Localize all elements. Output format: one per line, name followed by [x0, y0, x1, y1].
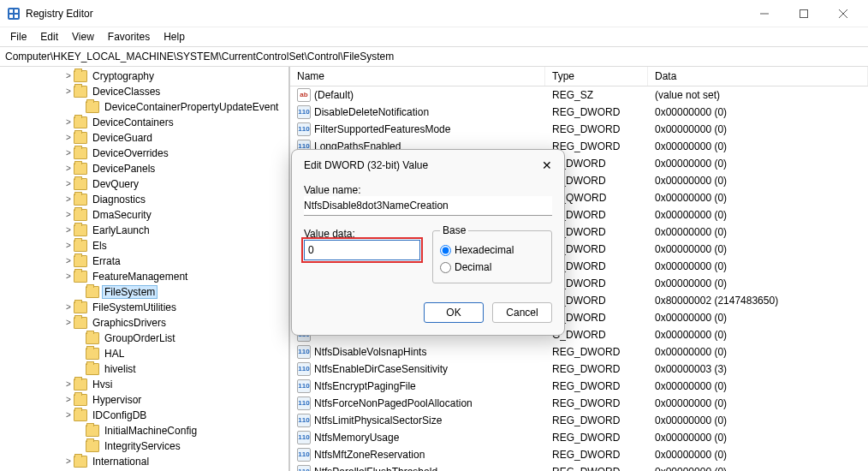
close-button[interactable]: [823, 0, 863, 27]
tree-node-errata[interactable]: >Errata: [63, 253, 288, 269]
tree-node-initialmachineconfig[interactable]: InitialMachineConfig: [63, 423, 288, 438]
registry-tree[interactable]: >Cryptography>DeviceClassesDeviceContain…: [0, 67, 289, 471]
maximize-button[interactable]: [784, 0, 823, 27]
chevron-right-icon[interactable]: >: [63, 396, 74, 404]
tree-node-hivelist[interactable]: hivelist: [63, 361, 288, 377]
list-row[interactable]: 110NtfsForceNonPagedPoolAllocationREG_DW…: [290, 395, 868, 412]
tree-node-grouporderlist[interactable]: GroupOrderList: [63, 331, 288, 346]
col-header-data[interactable]: Data: [648, 67, 868, 86]
folder-icon: [74, 86, 87, 98]
chevron-right-icon[interactable]: >: [63, 87, 74, 96]
tree-node-devquery[interactable]: >DevQuery: [63, 176, 288, 192]
value-name-field[interactable]: [304, 196, 552, 216]
list-row[interactable]: 110NtfsEncryptPagingFileREG_DWORD0x00000…: [290, 378, 868, 395]
list-row[interactable]: 110NtfsEnableDirCaseSensitivityREG_DWORD…: [290, 361, 868, 378]
list-row[interactable]: 110NtfsParallelFlushThresholdREG_DWORD0x…: [290, 463, 868, 471]
value-data-field[interactable]: [304, 240, 420, 260]
cell-name: 110FilterSupportedFeaturesMode: [290, 122, 545, 136]
chevron-right-icon[interactable]: >: [63, 411, 74, 420]
chevron-right-icon[interactable]: >: [63, 134, 74, 142]
tree-node-devicepanels[interactable]: >DevicePanels: [63, 161, 288, 176]
minimize-button[interactable]: [745, 0, 784, 27]
tree-node-dmasecurity[interactable]: >DmaSecurity: [63, 207, 288, 223]
chevron-right-icon[interactable]: >: [63, 226, 74, 235]
chevron-right-icon[interactable]: >: [63, 72, 74, 80]
cell-data: 0x00000000 (0): [648, 260, 868, 272]
value-name-text: NtfsLimitPhysicalSectorSize: [314, 414, 442, 426]
list-row[interactable]: 110NtfsMemoryUsageREG_DWORD0x00000000 (0…: [290, 429, 868, 446]
cancel-button[interactable]: Cancel: [492, 302, 552, 323]
tree-node-devicecontainers[interactable]: >DeviceContainers: [63, 115, 288, 130]
title-bar: Registry Editor: [0, 0, 868, 27]
tree-node-filesystemutilities[interactable]: >FileSystemUtilities: [63, 300, 288, 315]
folder-icon: [86, 332, 99, 344]
ok-button[interactable]: OK: [424, 302, 484, 323]
tree-node-devicecontainerpropertyupdateevent[interactable]: DeviceContainerPropertyUpdateEvent: [63, 99, 288, 115]
tree-node-hvsi[interactable]: >Hvsi: [63, 377, 288, 392]
cell-name: 110NtfsEnableDirCaseSensitivity: [290, 362, 545, 376]
cell-data: 0x00000000 (0): [648, 397, 868, 409]
tree-node-deviceguard[interactable]: >DeviceGuard: [63, 130, 288, 146]
list-row[interactable]: 110NtfsMftZoneReservationREG_DWORD0x0000…: [290, 446, 868, 463]
radio-hex[interactable]: Hexadecimal: [440, 241, 544, 259]
radio-hex-input[interactable]: [440, 245, 451, 256]
tree-node-filesystem[interactable]: FileSystem: [63, 284, 288, 300]
chevron-right-icon[interactable]: >: [63, 272, 74, 281]
cell-data: 0x00000000 (0): [648, 414, 868, 426]
tree-node-earlylaunch[interactable]: >EarlyLaunch: [63, 223, 288, 238]
tree-node-cryptography[interactable]: >Cryptography: [63, 69, 288, 84]
dword-value-icon: 110: [297, 465, 311, 471]
menu-edit[interactable]: Edit: [33, 29, 65, 45]
chevron-right-icon[interactable]: >: [63, 457, 74, 466]
tree-node-international[interactable]: >International: [63, 454, 288, 469]
chevron-right-icon[interactable]: >: [63, 211, 74, 219]
chevron-right-icon[interactable]: >: [63, 149, 74, 158]
list-row[interactable]: ab(Default)REG_SZ(value not set): [290, 86, 868, 104]
tree-node-label: DeviceContainers: [91, 116, 175, 128]
menu-file[interactable]: File: [3, 29, 33, 45]
folder-icon: [74, 194, 87, 206]
edit-dword-dialog: Edit DWORD (32-bit) Value ✕ Value name: …: [291, 149, 565, 336]
folder-icon: [86, 101, 99, 113]
menu-favorites[interactable]: Favorites: [101, 29, 157, 45]
chevron-right-icon[interactable]: >: [63, 241, 74, 250]
tree-node-label: hivelist: [103, 363, 138, 375]
chevron-right-icon[interactable]: >: [63, 380, 74, 389]
tree-node-hypervisor[interactable]: >Hypervisor: [63, 392, 288, 408]
col-header-type[interactable]: Type: [545, 67, 648, 86]
tree-node-deviceclasses[interactable]: >DeviceClasses: [63, 84, 288, 99]
menu-help[interactable]: Help: [157, 29, 192, 45]
chevron-right-icon[interactable]: >: [63, 180, 74, 188]
tree-node-label: Els: [91, 240, 109, 252]
chevron-right-icon[interactable]: >: [63, 257, 74, 265]
tree-node-idconfigdb[interactable]: >IDConfigDB: [63, 408, 288, 423]
address-bar[interactable]: Computer\HKEY_LOCAL_MACHINE\SYSTEM\Curre…: [0, 46, 868, 67]
tree-node-deviceoverrides[interactable]: >DeviceOverrides: [63, 146, 288, 161]
tree-node-els[interactable]: >Els: [63, 238, 288, 253]
list-row[interactable]: 110NtfsLimitPhysicalSectorSizeREG_DWORD0…: [290, 412, 868, 429]
folder-icon: [74, 178, 87, 190]
chevron-right-icon[interactable]: >: [63, 195, 74, 204]
list-row[interactable]: 110FilterSupportedFeaturesModeREG_DWORD0…: [290, 121, 868, 138]
list-row[interactable]: 110NtfsDisableVolsnapHintsREG_DWORD0x000…: [290, 343, 868, 361]
tree-node-integrityservices[interactable]: IntegrityServices: [63, 438, 288, 454]
radio-dec[interactable]: Decimal: [440, 259, 544, 276]
tree-node-diagnostics[interactable]: >Diagnostics: [63, 192, 288, 207]
chevron-right-icon[interactable]: >: [63, 319, 74, 327]
dialog-title-bar[interactable]: Edit DWORD (32-bit) Value ✕: [292, 150, 564, 181]
chevron-right-icon[interactable]: >: [63, 164, 74, 173]
dialog-close-icon[interactable]: ✕: [542, 158, 552, 172]
chevron-right-icon[interactable]: >: [63, 118, 74, 127]
menu-view[interactable]: View: [65, 29, 101, 45]
chevron-right-icon[interactable]: >: [63, 303, 74, 312]
tree-node-graphicsdrivers[interactable]: >GraphicsDrivers: [63, 315, 288, 331]
folder-icon: [74, 301, 87, 313]
dword-value-icon: 110: [297, 345, 311, 359]
list-row[interactable]: 110DisableDeleteNotificationREG_DWORD0x0…: [290, 104, 868, 121]
cell-type: REG_DWORD: [545, 432, 648, 444]
col-header-name[interactable]: Name: [290, 67, 545, 86]
radio-dec-input[interactable]: [440, 262, 451, 273]
tree-node-hal[interactable]: HAL: [63, 346, 288, 361]
tree-node-label: Hvsi: [91, 379, 114, 391]
tree-node-featuremanagement[interactable]: >FeatureManagement: [63, 269, 288, 284]
